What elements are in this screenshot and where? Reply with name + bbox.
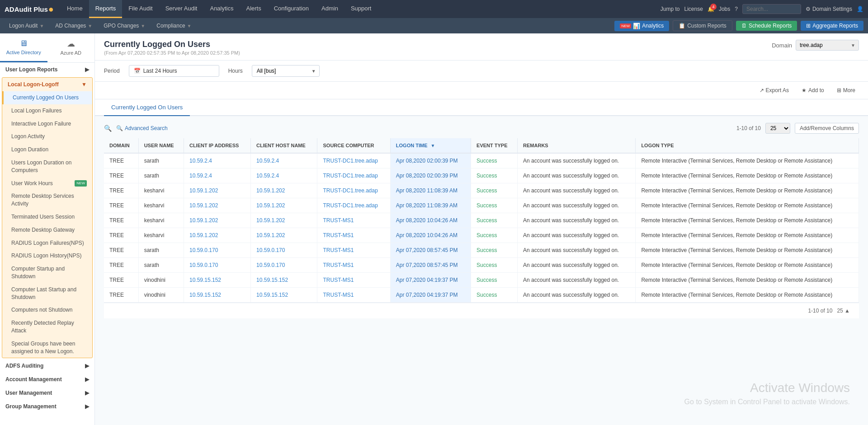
cell-client-host[interactable]: 10.59.0.170 [251,243,317,258]
sidebar-section-account-management[interactable]: Account Management ▶ [0,373,94,386]
domain-dropdown[interactable]: tree.adap [796,40,859,51]
cell-source-computer[interactable]: TRUST-MS1 [317,258,390,273]
logon-audit-button[interactable]: Logon Audit ▼ [5,21,48,31]
cell-client-ip[interactable]: 10.59.2.4 [184,168,250,183]
cell-client-ip[interactable]: 10.59.0.170 [184,258,250,273]
sidebar-item-special-groups-new-logon[interactable]: Special Groups have been assigned to a N… [2,337,92,358]
sidebar-item-currently-logged-on-users[interactable]: Currently Logged On Users [2,91,92,104]
cell-source-computer[interactable]: TRUST-MS1 [317,228,390,243]
jump-to-link[interactable]: Jump to [660,6,680,12]
analytics-button[interactable]: NEW 📊 Analytics [614,21,669,31]
table-search-icon[interactable]: 🔍 [104,125,112,132]
cell-client-ip[interactable]: 10.59.1.202 [184,213,250,228]
help-icon[interactable]: ? [735,6,738,12]
bell-icon[interactable]: 🔔 4 [708,6,714,12]
cell-source-computer[interactable]: TRUST-MS1 [317,243,390,258]
license-link[interactable]: License [684,6,703,12]
sidebar-item-recently-detected-replay-attack[interactable]: Recently Detected Replay Attack [2,317,92,337]
sidebar-item-computer-last-startup-shutdown[interactable]: Computer Last Startup and Shutdown [2,283,92,304]
sidebar-item-radius-logon-history[interactable]: RADIUS Logon History(NPS) [2,249,92,262]
sidebar-item-logon-activity[interactable]: Logon Activity [2,130,92,143]
export-as-button[interactable]: ↗ Export As [756,85,793,95]
more-button[interactable]: ⊞ More [833,85,859,95]
sidebar-item-radius-logon-failures[interactable]: RADIUS Logon Failures(NPS) [2,237,92,250]
cell-client-ip[interactable]: 10.59.0.170 [184,243,250,258]
cell-client-ip[interactable]: 10.59.1.202 [184,198,250,213]
logon-audit-chevron: ▼ [39,23,44,28]
sidebar-item-remote-desktop-gateway[interactable]: Remote Desktop Gateway [2,224,92,237]
advanced-search-button[interactable]: 🔍 Advanced Search [116,125,168,131]
cell-source-computer[interactable]: TRUST-DC1.tree.adap [317,153,390,168]
sidebar-item-logon-duration[interactable]: Logon Duration [2,143,92,156]
cell-event-type: Success [471,258,518,273]
cell-source-computer[interactable]: TRUST-MS1 [317,288,390,303]
cell-source-computer[interactable]: TRUST-MS1 [317,213,390,228]
custom-reports-button[interactable]: 📋 Custom Reports [673,20,732,31]
nav-reports[interactable]: Reports [89,0,123,18]
sidebar-item-interactive-logon-failure[interactable]: Interactive Logon Failure [2,117,92,131]
table-row: TREE kesharvi 10.59.1.202 10.59.1.202 TR… [104,183,859,198]
sidebar-item-computers-not-shutdown[interactable]: Computers not Shutdown [2,304,92,317]
cell-client-host[interactable]: 10.59.2.4 [251,153,317,168]
add-remove-columns-button[interactable]: Add/Remove Columns [795,123,859,134]
nav-admin[interactable]: Admin [315,0,344,18]
cell-client-host[interactable]: 10.59.1.202 [251,213,317,228]
sidebar-item-local-logon-failures[interactable]: Local Logon Failures [2,104,92,117]
aggregate-reports-button[interactable]: ⊞ Aggregate Reports [801,21,863,31]
domain-settings-link[interactable]: ⚙ Domain Settings [806,6,852,12]
logon-time-sort-arrow: ▼ [431,143,435,148]
period-input[interactable]: 📅 Last 24 Hours [129,65,219,77]
add-to-button[interactable]: ★ Add to [798,85,828,95]
sidebar-item-remote-desktop-services-activity[interactable]: Remote Desktop Services Activity [2,190,92,210]
cell-source-computer[interactable]: TRUST-DC1.tree.adap [317,183,390,198]
cell-client-host[interactable]: 10.59.1.202 [251,198,317,213]
compliance-button[interactable]: Compliance ▼ [152,21,196,31]
sidebar-tab-active-directory[interactable]: 🖥 Active Directory [0,33,47,62]
cell-client-ip[interactable]: 10.59.15.152 [184,288,250,303]
sidebar-section-user-management[interactable]: User Management ▶ [0,386,94,400]
sidebar-section-group-management[interactable]: Group Management ▶ [0,400,94,413]
cell-domain: TREE [104,213,138,228]
nav-support[interactable]: Support [344,0,378,18]
nav-alerts[interactable]: Alerts [240,0,268,18]
cell-client-host[interactable]: 10.59.1.202 [251,183,317,198]
cell-client-ip[interactable]: 10.59.1.202 [184,228,250,243]
cell-source-computer[interactable]: TRUST-DC1.tree.adap [317,198,390,213]
nav-server-audit[interactable]: Server Audit [159,0,204,18]
sidebar-item-users-logon-duration-on-computers[interactable]: Users Logon Duration on Computers [2,156,92,177]
cell-client-ip[interactable]: 10.59.1.202 [184,183,250,198]
col-logon-time[interactable]: LOGON TIME ▼ [390,138,471,153]
sidebar-section-header-local-logon-logoff[interactable]: Local Logon-Logoff ▼ [2,78,92,91]
schedule-reports-button[interactable]: 🗓 Schedule Reports [736,21,797,31]
jobs-link[interactable]: Jobs [719,6,730,12]
sidebar-section-user-logon-reports[interactable]: User Logon Reports ▶ [0,63,94,76]
nav-file-audit[interactable]: File Audit [122,0,159,18]
nav-configuration[interactable]: Configuration [268,0,315,18]
cell-client-host[interactable]: 10.59.2.4 [251,168,317,183]
page-size-select[interactable]: 25 50 100 [765,123,790,134]
nav-home[interactable]: Home [61,0,89,18]
user-logon-reports-chevron: ▶ [85,66,89,73]
sidebar-section-adfs-auditing[interactable]: ADFS Auditing ▶ [0,359,94,373]
tab-currently-logged-on-users[interactable]: Currently Logged On Users [104,99,190,116]
col-username: USER NAME [138,138,184,153]
cell-client-host[interactable]: 10.59.1.202 [251,228,317,243]
cell-client-host[interactable]: 10.59.15.152 [251,288,317,303]
cell-client-ip[interactable]: 10.59.2.4 [184,153,250,168]
cell-event-type: Success [471,213,518,228]
sidebar-tab-azure-ad[interactable]: ☁ Azure AD [47,33,95,62]
user-icon[interactable]: 👤 [857,6,863,12]
nav-analytics[interactable]: Analytics [203,0,240,18]
gpo-changes-button[interactable]: GPO Changes ▼ [99,21,150,31]
cell-client-host[interactable]: 10.59.15.152 [251,273,317,288]
cell-client-ip[interactable]: 10.59.15.152 [184,273,250,288]
ad-changes-button[interactable]: AD Changes ▼ [51,21,97,31]
sidebar-item-computer-startup-shutdown[interactable]: Computer Startup and Shutdown [2,262,92,283]
sidebar-item-terminated-users-session[interactable]: Terminated Users Session [2,210,92,224]
search-input[interactable] [742,4,801,14]
cell-source-computer[interactable]: TRUST-MS1 [317,273,390,288]
sidebar-item-user-work-hours[interactable]: User Work Hours NEW [2,177,92,190]
cell-source-computer[interactable]: TRUST-DC1.tree.adap [317,168,390,183]
cell-client-host[interactable]: 10.59.0.170 [251,258,317,273]
hours-select[interactable]: All [bus] [252,65,320,77]
